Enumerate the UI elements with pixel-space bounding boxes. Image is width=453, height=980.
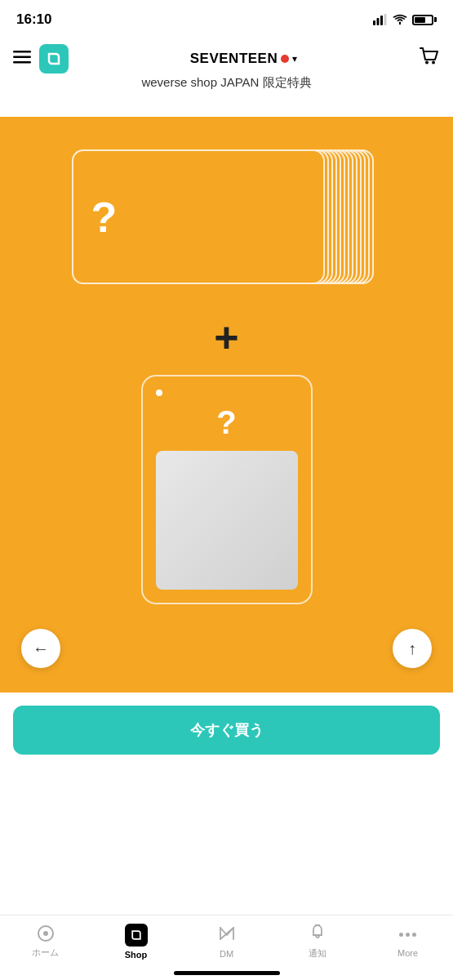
svg-point-8 <box>432 60 435 64</box>
battery-icon <box>412 15 437 25</box>
app-logo[interactable] <box>39 44 69 74</box>
cart-button[interactable] <box>419 47 440 71</box>
card-photo-frame <box>156 451 298 590</box>
nav-item-shop[interactable]: Shop <box>91 924 181 960</box>
dm-icon <box>218 924 236 946</box>
shop-icon <box>125 924 148 947</box>
buy-now-button[interactable]: 今すぐ買う <box>13 706 440 755</box>
notification-icon <box>309 923 326 944</box>
single-mystery-card: ? <box>141 375 313 604</box>
more-icon <box>399 925 416 945</box>
buy-button-section: 今すぐ買う <box>0 693 453 768</box>
brand-name: SEVENTEEN <box>190 51 278 67</box>
nav-item-notification[interactable]: 通知 <box>272 923 362 960</box>
svg-rect-6 <box>13 61 31 64</box>
chevron-down-icon: ▾ <box>292 53 297 65</box>
nav-shop-label: Shop <box>125 950 148 960</box>
svg-rect-4 <box>13 51 31 53</box>
main-content: ? + ? ← ↑ <box>0 117 453 693</box>
hamburger-menu-icon[interactable] <box>13 49 31 68</box>
nav-home-label: ホーム <box>32 947 59 959</box>
plus-symbol: + <box>13 313 440 362</box>
header-left <box>13 44 69 74</box>
status-bar: 16:10 <box>0 0 453 36</box>
home-indicator <box>174 971 280 975</box>
svg-rect-2 <box>380 16 383 25</box>
back-arrow-icon: ← <box>33 639 49 658</box>
status-time: 16:10 <box>16 11 51 28</box>
svg-point-10 <box>43 931 48 936</box>
nav-arrows: ← ↑ <box>13 629 440 668</box>
svg-rect-0 <box>373 20 375 25</box>
flag-dot <box>281 55 289 63</box>
card-hole-dot <box>156 390 162 396</box>
home-icon <box>36 924 56 943</box>
up-arrow-button[interactable]: ↑ <box>393 629 432 668</box>
header-title[interactable]: SEVENTEEN ▾ <box>190 51 297 67</box>
nav-item-more[interactable]: More <box>362 925 453 958</box>
svg-rect-1 <box>377 18 380 25</box>
nav-dm-label: DM <box>220 949 233 959</box>
nav-notification-label: 通知 <box>309 947 326 960</box>
card-question-mark: ? <box>91 193 118 242</box>
single-card-container: ? <box>13 375 440 604</box>
bottom-nav: ホーム Shop DM 通知 <box>0 915 453 980</box>
up-arrow-icon: ↑ <box>408 639 416 658</box>
svg-rect-5 <box>13 56 31 59</box>
status-icons <box>373 14 437 25</box>
svg-rect-3 <box>384 14 387 25</box>
nav-more-label: More <box>397 948 418 958</box>
cards-stack-container: ? <box>13 149 440 296</box>
nav-item-dm[interactable]: DM <box>181 924 272 959</box>
svg-point-7 <box>425 60 429 64</box>
signal-icon <box>373 14 388 25</box>
single-card-question-mark: ? <box>156 404 298 441</box>
wifi-icon <box>393 14 407 25</box>
nav-item-home[interactable]: ホーム <box>0 924 91 959</box>
front-mystery-card: ? <box>72 149 325 284</box>
back-arrow-button[interactable]: ← <box>21 629 60 668</box>
